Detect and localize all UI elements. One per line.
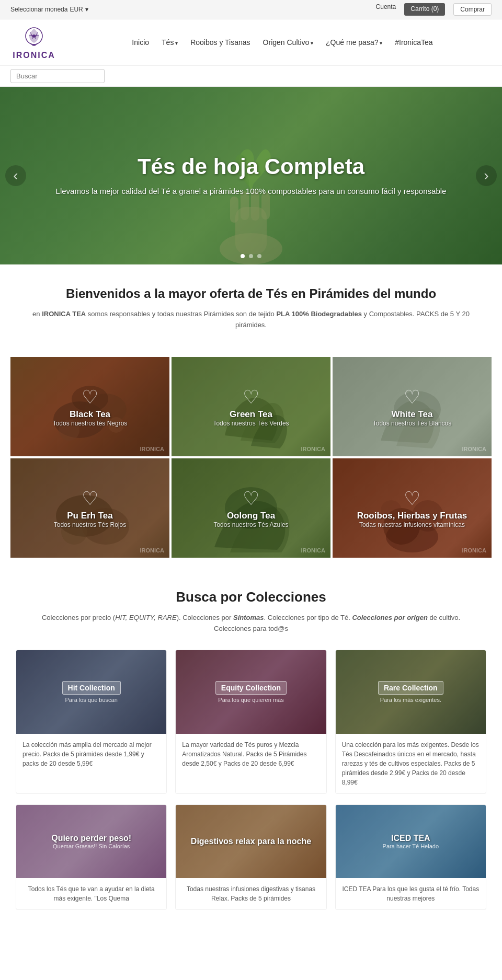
- tea-card-rooibos[interactable]: ♡ Rooibos, Hierbas y Frutas Todas nuestr…: [333, 458, 492, 558]
- rooibos-title: Rooibos, Hierbas y Frutas: [357, 511, 467, 521]
- diet-subtitle: Quemar Grasas!! Sin Calorías: [53, 843, 130, 849]
- equity-card-overlay: Equity Collection Para los que quieren m…: [176, 650, 326, 734]
- nav-tes[interactable]: Tés: [162, 38, 178, 47]
- hero-subtitle: Llevamos la mejor calidad del Té a grane…: [50, 186, 452, 198]
- tea-card-puerh[interactable]: ♡ Pu Erh Tea Todos nuestros Tés Rojos IR…: [10, 458, 169, 558]
- collections-title: Busca por Colecciones: [10, 589, 492, 605]
- nav-ironica-tea[interactable]: #IronicaTea: [395, 38, 432, 47]
- welcome-text: en IRONICA TEA somos responsables y toda…: [31, 309, 471, 331]
- welcome-mid: somos responsables y todas nuestras Pirá…: [86, 310, 276, 318]
- hit-card-overlay: Hit Collection Para los que buscan: [16, 650, 166, 734]
- green-tea-heart: ♡: [243, 386, 259, 408]
- currency-label: Seleccionar moneda: [10, 6, 67, 13]
- diet-card-image: Quiero perder peso! Quemar Grasas!! Sin …: [16, 805, 166, 878]
- digestive-title: Digestivos relax para la noche: [191, 837, 311, 846]
- green-tea-watermark: IRONICA: [301, 446, 325, 452]
- oolong-tea-title: Oolong Tea: [227, 511, 275, 521]
- welcome-brand: IRONICA TEA: [42, 310, 86, 318]
- collection-card-equity[interactable]: Equity Collection Para los que quieren m…: [175, 650, 326, 794]
- iced-overlay: ICED TEA Para hacer Té Helado: [336, 805, 486, 878]
- digestive-overlay: Digestivos relax para la noche: [176, 805, 326, 878]
- black-tea-subtitle: Todos nuestros tés Negros: [53, 420, 128, 427]
- black-tea-watermark: IRONICA: [140, 446, 164, 452]
- white-tea-overlay: ♡ White Tea Todos nuestros Tés Blancos: [333, 357, 492, 456]
- digestive-card-image: Digestivos relax para la noche: [176, 805, 326, 878]
- collections-section: Busca por Colecciones Colecciones por pr…: [0, 568, 502, 931]
- puerh-tea-subtitle: Todos nuestros Tés Rojos: [54, 521, 127, 528]
- logo-icon: [21, 25, 47, 51]
- tea-card-oolong[interactable]: ♡ Oolong Tea Todos nuestros Tés Azules I…: [172, 458, 330, 558]
- rare-card-overlay: Rare Collection Para los más exigentes.: [336, 650, 486, 734]
- oolong-tea-subtitle: Todos nuestros Tés Azules: [213, 521, 288, 528]
- hit-card-image: Hit Collection Para los que buscan: [16, 650, 166, 734]
- rare-tagline: Para los más exigentes.: [380, 697, 441, 703]
- green-tea-subtitle: Todos nuestros Tés Verdes: [213, 420, 289, 427]
- currency-selector[interactable]: Seleccionar moneda EUR ▾: [10, 6, 88, 13]
- lower-collection-grid: Quiero perder peso! Quemar Grasas!! Sin …: [10, 794, 492, 920]
- equity-badge: Equity Collection: [215, 681, 287, 695]
- hero-dot-1[interactable]: [241, 254, 245, 258]
- puerh-tea-title: Pu Erh Tea: [67, 511, 113, 521]
- puerh-tea-overlay: ♡ Pu Erh Tea Todos nuestros Tés Rojos: [10, 458, 169, 558]
- main-nav: Inicio Tés Rooibos y Tisanas Origen Cult…: [73, 38, 492, 47]
- buy-button[interactable]: Comprar: [453, 3, 492, 16]
- iced-description: ICED TEA Para los que les gusta el té fr…: [336, 878, 486, 909]
- hero-dot-2[interactable]: [249, 254, 253, 258]
- collection-card-hit[interactable]: Hit Collection Para los que buscan La co…: [16, 650, 167, 794]
- tea-category-grid: ♡ Black Tea Todos nuestros tés Negros IR…: [0, 347, 502, 568]
- logo-area[interactable]: IRONICA: [10, 25, 58, 60]
- nav-que-me-pasa[interactable]: ¿Qué me pasa?: [326, 38, 382, 47]
- rooibos-watermark: IRONICA: [462, 547, 486, 554]
- iced-card-image: ICED TEA Para hacer Té Helado: [336, 805, 486, 878]
- nav-rooibos[interactable]: Rooibos y Tisanas: [190, 38, 250, 47]
- lower-card-diet[interactable]: Quiero perder peso! Quemar Grasas!! Sin …: [16, 804, 167, 910]
- white-tea-watermark: IRONICA: [462, 446, 486, 452]
- diet-title: Quiero perder peso!: [51, 834, 131, 843]
- hit-tagline: Para los que buscan: [65, 697, 118, 703]
- white-tea-title: White Tea: [391, 409, 432, 420]
- hero-dot-3[interactable]: [257, 254, 261, 258]
- black-tea-heart: ♡: [82, 386, 98, 408]
- tea-card-white[interactable]: ♡ White Tea Todos nuestros Tés Blancos I…: [333, 357, 492, 456]
- diet-overlay: Quiero perder peso! Quemar Grasas!! Sin …: [16, 805, 166, 878]
- hero-prev-button[interactable]: ‹: [5, 165, 26, 186]
- green-tea-title: Green Tea: [230, 409, 272, 420]
- svg-point-1: [32, 34, 36, 38]
- nav-origen[interactable]: Origen Cultivo: [263, 38, 313, 47]
- nav-inicio[interactable]: Inicio: [132, 38, 149, 47]
- hero-next-button[interactable]: ›: [476, 165, 497, 186]
- digestive-description: Todas nuestras infusiones digestivas y t…: [176, 878, 326, 909]
- iced-subtitle: Para hacer Té Helado: [383, 843, 439, 849]
- rare-card-description: Una colección para los más exigentes. De…: [336, 734, 486, 793]
- account-link[interactable]: Cuenta: [376, 3, 396, 16]
- lower-card-digestive[interactable]: Digestivos relax para la noche Todas nue…: [175, 804, 326, 910]
- equity-card-description: La mayor variedad de Tés puros y Mezcla …: [176, 734, 326, 775]
- equity-tagline: Para los que quieren más: [218, 697, 283, 703]
- oolong-tea-overlay: ♡ Oolong Tea Todos nuestros Tés Azules: [172, 458, 330, 558]
- chevron-down-icon: ▾: [85, 6, 88, 13]
- hero-title: Tés de hoja Completa: [50, 154, 452, 179]
- tea-card-green[interactable]: ♡ Green Tea Todos nuestros Tés Verdes IR…: [172, 357, 330, 456]
- collection-card-grid: Hit Collection Para los que buscan La co…: [10, 650, 492, 794]
- logo-text: IRONICA: [13, 51, 55, 60]
- currency-value: EUR: [70, 6, 83, 13]
- hit-badge: Hit Collection: [62, 681, 121, 695]
- oolong-tea-heart: ♡: [243, 488, 259, 510]
- iced-title: ICED TEA: [391, 834, 430, 843]
- puerh-watermark: IRONICA: [140, 547, 164, 554]
- equity-card-image: Equity Collection Para los que quieren m…: [176, 650, 326, 734]
- collection-card-rare[interactable]: Rare Collection Para los más exigentes. …: [335, 650, 486, 794]
- collections-subtitle: Colecciones por precio (HIT, EQUITY, RAR…: [10, 613, 492, 635]
- cart-button[interactable]: Carrito (0): [404, 3, 445, 16]
- welcome-prefix: en: [32, 310, 42, 318]
- lower-card-iced[interactable]: ICED TEA Para hacer Té Helado ICED TEA P…: [335, 804, 486, 910]
- hero-dots: [241, 254, 261, 258]
- top-bar-right: Cuenta Carrito (0) Comprar: [376, 3, 492, 16]
- rare-card-image: Rare Collection Para los más exigentes.: [336, 650, 486, 734]
- search-input[interactable]: [10, 69, 105, 83]
- tea-card-black[interactable]: ♡ Black Tea Todos nuestros tés Negros IR…: [10, 357, 169, 456]
- black-tea-overlay: ♡ Black Tea Todos nuestros tés Negros: [10, 357, 169, 456]
- welcome-section: Bienvenidos a la mayor oferta de Tés en …: [0, 264, 502, 347]
- diet-description: Todos los Tés que te van a ayudar en la …: [16, 878, 166, 909]
- white-tea-subtitle: Todos nuestros Tés Blancos: [373, 420, 452, 427]
